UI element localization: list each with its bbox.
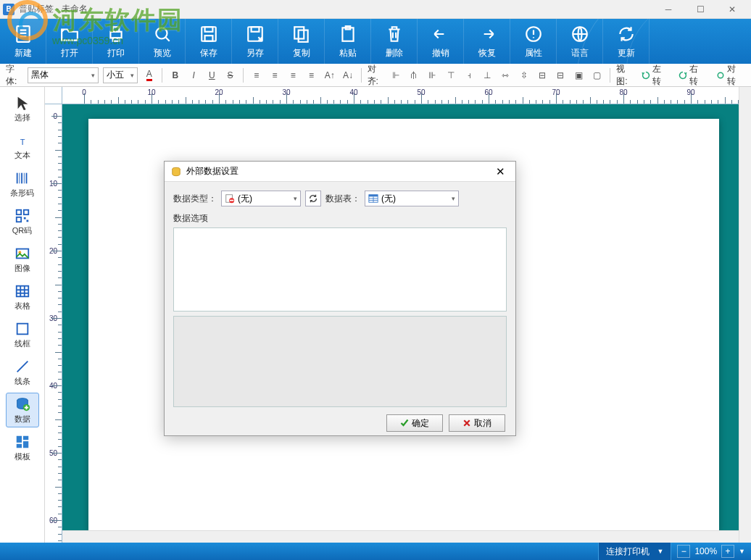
update-button[interactable]: 更新 bbox=[603, 19, 650, 64]
align-right-button[interactable]: ≡ bbox=[286, 67, 300, 83]
tool-select[interactable]: 选择 bbox=[6, 91, 39, 126]
obj-align-right-button[interactable]: ⊪ bbox=[426, 67, 439, 83]
send-back-button[interactable]: ▢ bbox=[590, 67, 604, 83]
print-button[interactable]: 打印 bbox=[93, 19, 139, 64]
tool-table[interactable]: 表格 bbox=[6, 280, 39, 314]
strike-button[interactable]: S bbox=[223, 67, 237, 83]
scrollbar-horizontal[interactable] bbox=[62, 530, 739, 543]
printer-connection-button[interactable]: 连接打印机▼ bbox=[598, 543, 671, 560]
font-size-combo[interactable]: 小五 bbox=[103, 67, 138, 83]
template-icon bbox=[13, 434, 32, 450]
properties-icon bbox=[523, 24, 544, 44]
redo-button[interactable]: 恢复 bbox=[464, 19, 510, 64]
print-icon bbox=[106, 24, 126, 44]
tool-qrcode[interactable]: QR码 bbox=[6, 204, 39, 239]
distribute-v-button[interactable]: ⇳ bbox=[517, 67, 531, 83]
scrollbar-vertical[interactable] bbox=[739, 87, 751, 543]
svg-rect-21 bbox=[25, 172, 27, 183]
align-left-button[interactable]: ≡ bbox=[249, 67, 263, 83]
underline-button[interactable]: U bbox=[205, 67, 219, 83]
rotate-180-button[interactable]: 对转 bbox=[713, 67, 745, 83]
obj-align-vcenter-button[interactable]: ⫞ bbox=[462, 67, 476, 83]
close-button[interactable]: ✕ bbox=[716, 0, 748, 19]
new-icon bbox=[13, 24, 33, 44]
svg-rect-26 bbox=[26, 220, 28, 222]
data-table-combo[interactable]: (无) bbox=[365, 191, 459, 206]
svg-line-35 bbox=[17, 361, 28, 372]
delete-button[interactable]: 删除 bbox=[371, 19, 418, 64]
align-center-button[interactable]: ≡ bbox=[267, 67, 281, 83]
data-type-label: 数据类型： bbox=[173, 193, 217, 205]
tool-text[interactable]: T文本 bbox=[6, 129, 39, 164]
same-width-button[interactable]: ⊟ bbox=[535, 67, 549, 83]
obj-align-left-button[interactable]: ⊩ bbox=[389, 67, 402, 83]
ruler-horizontal: 0102030405060708090 bbox=[62, 87, 751, 104]
svg-rect-3 bbox=[112, 38, 119, 41]
refresh-button[interactable] bbox=[305, 191, 321, 206]
copy-button[interactable]: 复制 bbox=[278, 19, 325, 64]
tool-data[interactable]: 数据 bbox=[6, 393, 39, 427]
tool-barcode[interactable]: 条形码 bbox=[6, 167, 39, 201]
rotate-right-button[interactable]: 右转 bbox=[675, 67, 708, 83]
zoom-in-button[interactable]: + bbox=[721, 545, 734, 558]
language-icon bbox=[570, 24, 590, 44]
preview-button[interactable]: 预览 bbox=[139, 19, 186, 64]
svg-rect-2 bbox=[112, 27, 119, 32]
tool-template[interactable]: 模板 bbox=[6, 430, 39, 465]
font-family-combo[interactable]: 黑体 bbox=[28, 67, 99, 83]
dialog-close-button[interactable]: ✕ bbox=[491, 165, 510, 178]
tool-line[interactable]: 线条 bbox=[6, 355, 39, 390]
select-icon bbox=[13, 95, 32, 111]
align-vbottom-button[interactable]: A↓ bbox=[341, 67, 354, 83]
open-button[interactable]: 打开 bbox=[46, 19, 93, 64]
undo-button[interactable]: 撤销 bbox=[418, 19, 464, 64]
undo-icon bbox=[431, 24, 451, 44]
frame-icon bbox=[13, 321, 32, 337]
cancel-button[interactable]: 取消 bbox=[449, 414, 505, 432]
new-button[interactable]: 新建 bbox=[0, 19, 46, 64]
svg-point-4 bbox=[156, 28, 167, 38]
minimize-button[interactable]: ─ bbox=[652, 0, 684, 19]
image-icon bbox=[13, 246, 32, 262]
italic-button[interactable]: I bbox=[186, 67, 200, 83]
view-label: 视图: bbox=[616, 63, 634, 88]
align-justify-button[interactable]: ≡ bbox=[304, 67, 318, 83]
bold-button[interactable]: B bbox=[168, 67, 182, 83]
saveas-button[interactable]: 另存 bbox=[232, 19, 278, 64]
align-vtop-button[interactable]: A↑ bbox=[323, 67, 336, 83]
svg-rect-6 bbox=[204, 27, 212, 32]
language-button[interactable]: 语言 bbox=[557, 19, 603, 64]
font-color-button[interactable]: A bbox=[142, 67, 156, 83]
properties-button[interactable]: 属性 bbox=[510, 19, 557, 64]
zoom-value: 100% bbox=[694, 546, 717, 556]
svg-rect-17 bbox=[16, 172, 17, 183]
svg-rect-20 bbox=[23, 172, 24, 183]
svg-rect-19 bbox=[21, 172, 22, 183]
zoom-out-button[interactable]: − bbox=[677, 545, 690, 558]
tool-frame[interactable]: 线框 bbox=[6, 317, 39, 352]
dialog-titlebar[interactable]: 外部数据设置 ✕ bbox=[165, 162, 515, 182]
app-icon: B bbox=[3, 4, 14, 15]
zoom-dropdown-icon[interactable]: ▼ bbox=[739, 548, 745, 555]
distribute-h-button[interactable]: ⇿ bbox=[499, 67, 513, 83]
ok-button[interactable]: 确定 bbox=[386, 414, 443, 432]
save-icon bbox=[199, 24, 219, 44]
same-height-button[interactable]: ⊟ bbox=[554, 67, 568, 83]
align-label: 对齐: bbox=[368, 63, 385, 88]
obj-align-top-button[interactable]: ⊤ bbox=[444, 67, 457, 83]
svg-rect-41 bbox=[22, 441, 28, 448]
save-button[interactable]: 保存 bbox=[186, 19, 232, 64]
obj-align-bottom-button[interactable]: ⊥ bbox=[480, 67, 494, 83]
svg-rect-9 bbox=[251, 27, 259, 32]
bring-front-button[interactable]: ▣ bbox=[572, 67, 586, 83]
rotate-left-button[interactable]: 左转 bbox=[638, 67, 671, 83]
obj-align-hcenter-button[interactable]: ⫛ bbox=[407, 67, 420, 83]
database-icon bbox=[170, 166, 182, 177]
ruler-vertical: 0102030405060 bbox=[45, 104, 62, 543]
font-label: 字体: bbox=[6, 63, 23, 88]
tool-image[interactable]: 图像 bbox=[6, 242, 39, 277]
data-type-combo[interactable]: (无) bbox=[221, 191, 301, 206]
maximize-button[interactable]: ☐ bbox=[684, 0, 716, 19]
svg-rect-23 bbox=[23, 209, 28, 214]
paste-button[interactable]: 粘贴 bbox=[325, 19, 371, 64]
